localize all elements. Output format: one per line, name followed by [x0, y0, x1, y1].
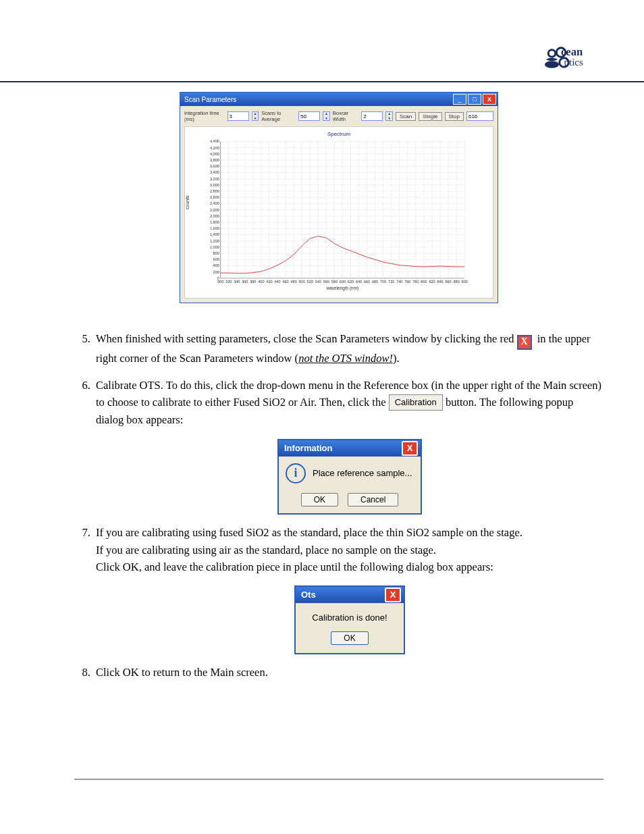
calibration-button[interactable]: Calibration	[389, 394, 443, 411]
svg-text:660: 660	[364, 280, 370, 284]
cancel-button[interactable]: Cancel	[348, 493, 398, 506]
scans-avg-spinner-icon[interactable]: ▲▼	[323, 111, 330, 121]
svg-text:520: 520	[307, 280, 313, 284]
window-titlebar[interactable]: Scan Parameters _ □ X	[180, 93, 498, 106]
integration-spinner-icon[interactable]: ▲▼	[252, 111, 259, 121]
close-icon[interactable]: X	[385, 588, 401, 602]
svg-point-0	[548, 50, 556, 57]
integration-time-label: Integration time (ms)	[184, 110, 225, 122]
svg-text:400: 400	[258, 280, 264, 284]
dialog-title: Ots	[298, 588, 385, 602]
svg-text:1,400: 1,400	[210, 232, 219, 236]
minimize-icon[interactable]: _	[453, 94, 466, 105]
svg-text:2,400: 2,400	[210, 201, 219, 205]
dialog-message: Place reference sample...	[313, 467, 412, 480]
info-icon: i	[286, 463, 306, 484]
svg-text:4,000: 4,000	[210, 152, 219, 156]
svg-text:3,600: 3,600	[210, 164, 219, 168]
svg-text:200: 200	[213, 270, 219, 274]
scans-to-average-label: Scans to Average	[261, 110, 296, 122]
svg-point-1	[545, 61, 559, 68]
svg-text:640: 640	[356, 280, 362, 284]
ok-button[interactable]: OK	[331, 631, 368, 645]
svg-text:360: 360	[242, 280, 248, 284]
svg-text:460: 460	[282, 280, 288, 284]
scan-button[interactable]: Scan	[396, 112, 416, 121]
svg-text:1,600: 1,600	[210, 226, 219, 230]
svg-text:1,800: 1,800	[210, 220, 219, 224]
ocean-optics-logo: cean ptics	[543, 41, 603, 74]
svg-text:700: 700	[380, 280, 386, 284]
scan-parameters-window: Scan Parameters _ □ X Integration time (…	[180, 92, 498, 303]
close-icon[interactable]: X	[483, 94, 496, 105]
svg-text:600: 600	[340, 280, 346, 284]
svg-text:820: 820	[429, 280, 435, 284]
svg-text:540: 540	[315, 280, 321, 284]
instruction-list: When finished with setting parameters, c…	[74, 330, 603, 681]
svg-text:860: 860	[445, 280, 451, 284]
svg-text:1,200: 1,200	[210, 239, 219, 243]
svg-text:480: 480	[291, 280, 297, 284]
boxcar-width-label: Boxcar Width	[333, 110, 359, 122]
svg-text:800: 800	[421, 280, 427, 284]
svg-text:620: 620	[348, 280, 354, 284]
boxcar-width-input[interactable]	[361, 111, 383, 121]
svg-text:2,600: 2,600	[210, 195, 219, 199]
dialog-message: Calibration is done!	[301, 611, 398, 625]
svg-text:3,800: 3,800	[210, 158, 219, 162]
svg-text:3,400: 3,400	[210, 170, 219, 174]
svg-text:340: 340	[234, 280, 240, 284]
svg-text:880: 880	[454, 280, 460, 284]
step-7: If you are calibrating using fused SiO2 …	[93, 524, 603, 654]
svg-text:3,000: 3,000	[210, 183, 219, 187]
svg-text:wavelength (nm): wavelength (nm)	[326, 286, 359, 291]
maximize-icon[interactable]: □	[468, 94, 481, 105]
svg-text:380: 380	[250, 280, 256, 284]
step-5: When finished with setting parameters, c…	[93, 330, 603, 367]
close-icon[interactable]: X	[402, 441, 418, 456]
svg-text:300: 300	[217, 280, 223, 284]
ots-dialog: Ots X Calibration is done! OK	[294, 585, 405, 654]
svg-text:600: 600	[213, 257, 219, 261]
svg-text:1,000: 1,000	[210, 245, 219, 249]
svg-text:2,800: 2,800	[210, 189, 219, 193]
svg-text:560: 560	[323, 280, 329, 284]
spectrum-chart: counts 02004006008001,0001,2001,4001,600…	[189, 138, 479, 294]
boxcar-spinner-icon[interactable]: ▲▼	[385, 111, 393, 121]
plot-title: Spectrum	[189, 131, 489, 137]
svg-text:800: 800	[213, 251, 219, 255]
dialog-titlebar[interactable]: Information X	[279, 440, 421, 457]
dialog-titlebar[interactable]: Ots X	[296, 587, 404, 603]
svg-text:440: 440	[274, 280, 280, 284]
svg-text:3,200: 3,200	[210, 177, 219, 181]
close-icon: X	[517, 335, 532, 350]
y-axis-label: counts	[185, 195, 190, 209]
svg-text:500: 500	[299, 280, 305, 284]
svg-text:840: 840	[437, 280, 443, 284]
svg-text:2,200: 2,200	[210, 208, 219, 212]
footer-divider	[74, 779, 603, 780]
stop-button[interactable]: Stop	[445, 112, 464, 121]
svg-text:680: 680	[372, 280, 378, 284]
single-button[interactable]: Single	[419, 112, 441, 121]
svg-text:780: 780	[412, 280, 419, 284]
counter-field	[466, 111, 493, 121]
step-8: Click OK to return to the Main screen.	[93, 664, 603, 681]
information-dialog: Information X i Place reference sample..…	[277, 439, 422, 515]
svg-text:580: 580	[331, 280, 338, 284]
window-title: Scan Parameters	[182, 96, 452, 103]
svg-text:4,200: 4,200	[210, 146, 219, 150]
svg-text:4,400: 4,400	[210, 139, 219, 143]
svg-text:740: 740	[396, 280, 402, 284]
ok-button[interactable]: OK	[301, 493, 338, 506]
scans-to-average-input[interactable]	[298, 111, 320, 121]
step-6: Calibrate OTS. To do this, click the dro…	[93, 377, 603, 515]
integration-time-input[interactable]	[227, 111, 249, 121]
svg-text:320: 320	[225, 280, 232, 284]
dialog-title: Information	[281, 442, 402, 455]
svg-text:900: 900	[462, 280, 468, 284]
svg-text:420: 420	[266, 280, 272, 284]
svg-text:720: 720	[388, 280, 394, 284]
svg-text:760: 760	[404, 280, 410, 284]
svg-text:2,000: 2,000	[210, 214, 219, 218]
